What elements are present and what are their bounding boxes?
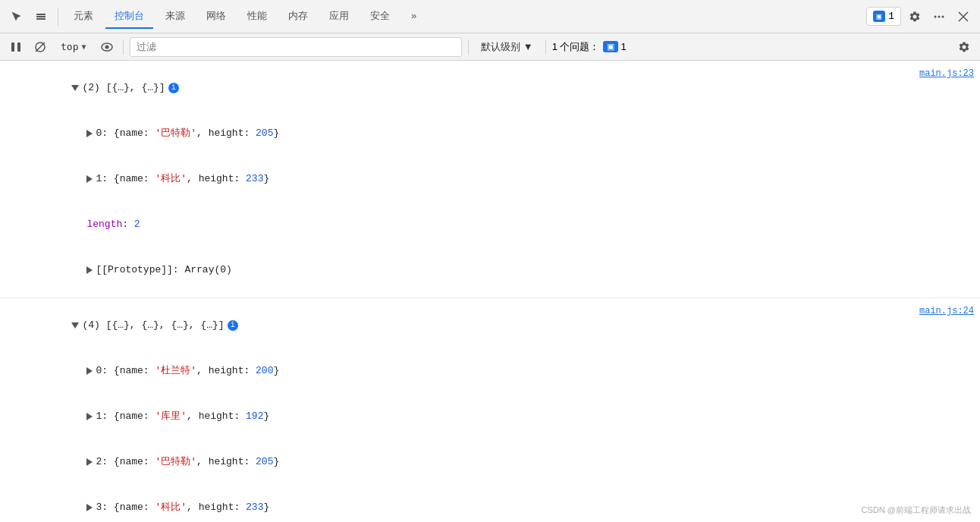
tab-application[interactable]: 应用 (320, 5, 358, 29)
issues-num: 1 (621, 41, 627, 52)
entry-1-header[interactable]: (2) [{…}, {…}]i (24, 65, 907, 111)
settings-gear-icon[interactable] (904, 6, 925, 27)
issues-icon: ▣ (603, 41, 618, 52)
info-icon-2[interactable]: i (228, 320, 238, 331)
tab-memory[interactable]: 内存 (279, 5, 317, 29)
svg-rect-2 (36, 18, 46, 20)
expand-item-0-2[interactable] (86, 367, 93, 375)
tab-security[interactable]: 安全 (361, 5, 399, 29)
toolbar: top ▼ 默认级别 ▼ 1 个问题： ▣ 1 (0, 33, 980, 61)
entry-2-content: (4) [{…}, {…}, {…}, {…}]i 0: {name: '杜兰特… (0, 301, 913, 522)
info-icon-1[interactable]: i (168, 83, 179, 93)
console-entry-2: (4) [{…}, {…}, {…}, {…}]i 0: {name: '杜兰特… (0, 298, 980, 522)
console-entry-1: (2) [{…}, {…}]i 0: {name: '巴特勒', height:… (0, 61, 980, 298)
entry-2-source[interactable]: main.js:24 (913, 304, 980, 318)
filter-input[interactable] (130, 37, 462, 57)
tab-console[interactable]: 控制台 (105, 5, 153, 29)
entry-1-prototype[interactable]: [[Prototype]]: Array(0) (24, 247, 907, 293)
entry-2-header[interactable]: (4) [{…}, {…}, {…}, {…}]i (24, 303, 907, 348)
console-output: (2) [{…}, {…}]i 0: {name: '巴特勒', height:… (0, 61, 980, 522)
tab-elements[interactable]: 元素 (64, 5, 102, 29)
entry-2-item-3[interactable]: 3: {name: '科比', height: 233} (24, 485, 907, 522)
clear-button[interactable] (30, 37, 50, 57)
expand-item-0-1[interactable] (86, 130, 93, 137)
eye-icon[interactable] (97, 37, 117, 57)
layers-icon[interactable] (30, 6, 52, 27)
tab-more[interactable]: » (402, 5, 426, 27)
close-icon[interactable] (953, 6, 974, 27)
log-level-selector[interactable]: 默认级别 ▼ (475, 38, 539, 56)
issues-badge-count: 1 (888, 11, 894, 22)
nav-bar: 元素 控制台 来源 网络 性能 内存 应用 安全 » ▣ 1 (0, 0, 980, 33)
svg-point-4 (938, 15, 941, 17)
collapse-arrow-1[interactable] (71, 85, 79, 91)
expand-item-2-2[interactable] (86, 458, 93, 466)
cursor-icon[interactable] (6, 6, 27, 27)
tab-sources[interactable]: 来源 (156, 5, 194, 29)
toolbar-separator (123, 39, 124, 55)
svg-rect-6 (11, 42, 14, 52)
svg-point-11 (105, 45, 108, 49)
watermark: CSDN @前端工程师请求出战 (862, 505, 971, 516)
svg-rect-7 (17, 42, 20, 52)
context-label: top (61, 41, 78, 52)
svg-point-5 (942, 15, 944, 17)
entry-1-content: (2) [{…}, {…}]i 0: {name: '巴特勒', height:… (0, 64, 913, 294)
toolbar-separator-3 (545, 39, 546, 55)
nav-separator (58, 8, 58, 26)
log-level-label: 默认级别 (481, 40, 520, 54)
issues-count[interactable]: 1 个问题： ▣ 1 (552, 40, 627, 54)
issues-badge-icon: ▣ (873, 11, 886, 22)
entry-1-source[interactable]: main.js:23 (913, 67, 980, 80)
tab-network[interactable]: 网络 (197, 5, 235, 29)
svg-rect-1 (36, 16, 46, 17)
run-button[interactable] (6, 37, 26, 57)
context-arrow-icon: ▼ (81, 42, 86, 51)
issues-text: 1 个问题： (552, 40, 600, 54)
context-selector[interactable]: top ▼ (55, 39, 93, 55)
collapse-arrow-2[interactable] (71, 322, 79, 329)
toolbar-separator-2 (468, 39, 469, 55)
entry-2-item-0[interactable]: 0: {name: '杜兰特', height: 200} (24, 348, 907, 394)
svg-point-3 (934, 15, 937, 17)
issues-badge[interactable]: ▣ 1 (866, 7, 901, 26)
console-settings-icon[interactable] (954, 37, 974, 57)
more-options-icon[interactable] (928, 6, 950, 27)
tab-performance[interactable]: 性能 (238, 5, 276, 29)
expand-proto-1[interactable] (86, 266, 93, 274)
level-arrow-icon: ▼ (523, 41, 533, 52)
entry-2-item-2[interactable]: 2: {name: '巴特勒', height: 205} (24, 439, 907, 485)
expand-item-1-1[interactable] (86, 175, 93, 183)
svg-rect-0 (36, 14, 46, 15)
expand-item-1-2[interactable] (86, 413, 93, 420)
entry-1-item-1[interactable]: 1: {name: '科比', height: 233} (24, 156, 907, 202)
entry-2-item-1[interactable]: 1: {name: '库里', height: 192} (24, 394, 907, 439)
entry-1-length: length: 2 (24, 202, 907, 247)
entry-1-item-0[interactable]: 0: {name: '巴特勒', height: 205} (24, 111, 907, 156)
expand-item-3-2[interactable] (86, 504, 93, 511)
